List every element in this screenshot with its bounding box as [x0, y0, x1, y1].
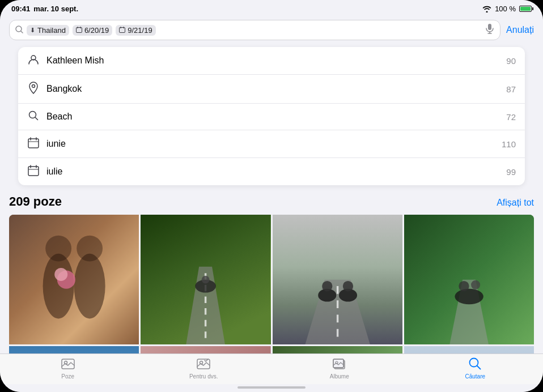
suggestion-count-bangkok: 87	[506, 84, 516, 94]
photo-cell-5[interactable]	[9, 346, 139, 353]
tab-photos[interactable]: Poze	[0, 357, 136, 380]
suggestion-item-beach[interactable]: Beach 72	[18, 104, 525, 130]
photo-overlay-3	[273, 215, 402, 344]
tab-search-icon	[469, 357, 481, 372]
calendar-icon-iulie	[27, 165, 40, 178]
tab-for-you-icon	[197, 357, 210, 372]
photo-cell-2[interactable]	[141, 215, 270, 344]
tag-calendar-start-icon	[76, 27, 82, 34]
tab-albums[interactable]: Albume	[272, 357, 408, 380]
svg-line-14	[35, 117, 38, 120]
suggestion-item-iunie[interactable]: iunie 110	[18, 130, 525, 158]
photo-cell-1[interactable]	[9, 215, 139, 344]
calendar-icon-iunie	[27, 137, 40, 151]
wifi-icon	[482, 6, 491, 12]
tag-thailand[interactable]: ⬇ Thailand	[27, 25, 69, 36]
photo-cell-7[interactable]	[273, 346, 402, 353]
svg-point-26	[74, 254, 105, 319]
suggestion-item-bangkok[interactable]: Bangkok 87	[18, 75, 525, 104]
suggestion-count-kathleen: 90	[506, 56, 516, 66]
svg-rect-56	[141, 346, 270, 353]
home-indicator-area	[0, 384, 543, 392]
svg-rect-8	[488, 24, 491, 30]
svg-point-12	[32, 85, 35, 88]
tab-photos-icon	[61, 357, 75, 372]
suggestion-item-kathleen[interactable]: Kathleen Mish 90	[18, 47, 525, 75]
ipad-device: 09:41 mar. 10 sept. 100 %	[0, 0, 543, 392]
tag-date-start-label: 6/20/19	[84, 26, 109, 35]
photo-overlay-1	[9, 215, 139, 344]
tag-thailand-label: Thailand	[37, 26, 66, 35]
suggestion-count-iulie: 99	[506, 167, 516, 177]
photos-show-all-button[interactable]: Afișați tot	[497, 198, 534, 208]
suggestion-label-bangkok: Bangkok	[46, 84, 499, 94]
date: mar. 10 sept.	[33, 5, 78, 13]
photo-overlay-7	[273, 346, 402, 353]
time: 09:41	[11, 5, 30, 13]
photo-cell-8[interactable]	[404, 346, 534, 353]
svg-point-45	[459, 281, 469, 291]
status-bar: 09:41 mar. 10 sept. 100 %	[0, 0, 543, 15]
svg-line-84	[477, 366, 481, 369]
tab-search-label: Căutare	[465, 373, 485, 380]
status-left: 09:41 mar. 10 sept.	[11, 5, 78, 13]
suggestion-item-iulie[interactable]: iulie 99	[18, 158, 525, 185]
svg-point-44	[455, 289, 483, 305]
tab-for-you[interactable]: Pentru dvs.	[136, 357, 272, 380]
photo-overlay-2	[141, 215, 270, 344]
photos-count-title: 209 poze	[9, 194, 62, 209]
suggestions-list: Kathleen Mish 90 Bangkok 87	[18, 47, 525, 185]
svg-point-39	[322, 281, 332, 291]
svg-rect-63	[273, 346, 402, 353]
suggestion-label-kathleen: Kathleen Mish	[46, 56, 499, 66]
suggestion-label-iunie: iunie	[46, 139, 495, 149]
location-pin-icon	[27, 82, 40, 96]
tag-date-start[interactable]: 6/20/19	[73, 25, 112, 36]
photo-overlay-6	[141, 346, 270, 353]
svg-rect-15	[28, 139, 39, 148]
search-bar[interactable]: ⬇ Thailand 6/20/19	[9, 20, 500, 40]
photo-cell-6[interactable]	[141, 346, 270, 353]
svg-point-41	[342, 281, 353, 291]
svg-rect-19	[28, 167, 39, 176]
tab-photos-label: Poze	[61, 373, 74, 380]
tag-date-end-label: 9/21/19	[128, 26, 152, 35]
svg-rect-2	[76, 27, 82, 32]
battery-percentage: 100 %	[495, 5, 516, 13]
battery-icon	[519, 6, 532, 12]
svg-rect-47	[9, 346, 139, 353]
suggestion-label-iulie: iulie	[46, 167, 499, 177]
photo-overlay-4	[404, 215, 534, 344]
svg-point-27	[77, 236, 103, 262]
photo-cell-3[interactable]	[273, 215, 402, 344]
svg-point-29	[54, 268, 67, 281]
home-indicator	[237, 386, 306, 389]
tab-albums-label: Albume	[330, 373, 349, 380]
cancel-button[interactable]: Anulați	[506, 25, 534, 35]
svg-point-46	[471, 280, 480, 289]
search-icon	[15, 25, 23, 35]
tag-location-icon: ⬇	[30, 27, 35, 34]
svg-point-25	[45, 236, 71, 262]
main-content: Kathleen Mish 90 Bangkok 87	[0, 42, 543, 353]
search-mag-icon	[27, 110, 40, 123]
svg-rect-5	[120, 27, 125, 32]
photo-overlay-8	[404, 346, 534, 353]
tab-for-you-label: Pentru dvs.	[189, 373, 218, 380]
tag-date-end[interactable]: 9/21/19	[116, 25, 155, 36]
tag-calendar-end-icon	[119, 27, 125, 34]
photo-cell-4[interactable]	[404, 215, 534, 344]
status-right: 100 %	[482, 5, 532, 13]
photo-overlay-5	[9, 346, 139, 353]
tab-albums-icon	[333, 357, 346, 372]
microphone-icon[interactable]	[485, 24, 494, 36]
tab-bar: Poze Pentru dvs.	[0, 353, 543, 384]
photos-section-header: 209 poze Afișați tot	[9, 194, 534, 209]
photo-grid	[9, 215, 534, 353]
photos-section: 209 poze Afișați tot	[0, 185, 543, 353]
search-area: ⬇ Thailand 6/20/19	[0, 15, 543, 42]
svg-line-1	[21, 31, 23, 33]
suggestion-count-iunie: 110	[502, 139, 516, 149]
tab-search[interactable]: Căutare	[408, 357, 544, 380]
suggestion-count-beach: 72	[506, 112, 516, 122]
